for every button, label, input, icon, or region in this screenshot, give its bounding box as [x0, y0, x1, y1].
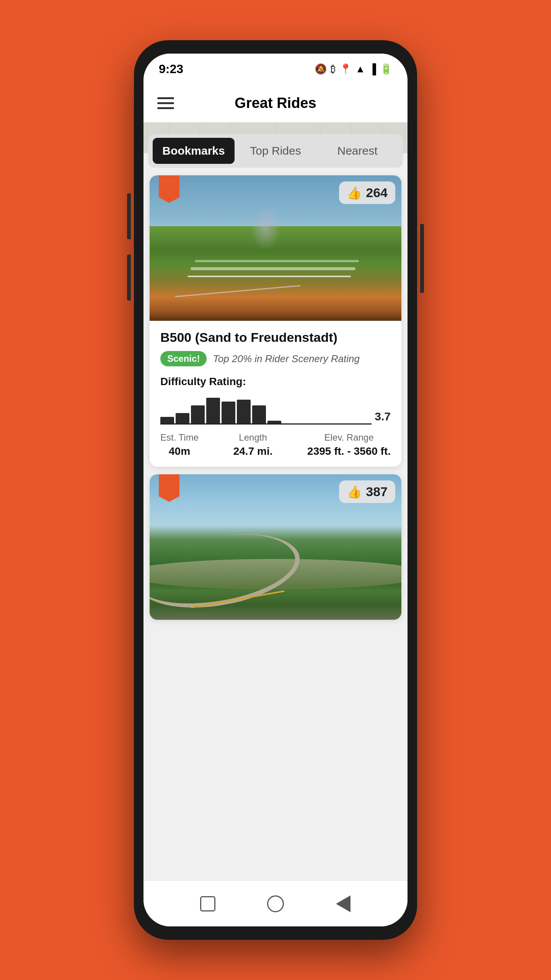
menu-button[interactable] [157, 97, 174, 109]
app-header: Great Rides [143, 84, 408, 122]
tab-nearest[interactable]: Nearest [316, 138, 398, 164]
difficulty-chart-1: 3.7 [160, 394, 391, 425]
chart-bar-1 [176, 413, 189, 425]
chart-rating-1: 3.7 [375, 410, 391, 423]
ride-card-1-body: B500 (Sand to Freudenstadt) Scenic! Top … [150, 321, 401, 467]
likes-count-1: 264 [366, 185, 388, 200]
content-area: 👍 264 B500 (Sand to Freudenstadt) Scenic… [143, 168, 408, 880]
hamburger-line-1 [157, 97, 174, 99]
volume-up-button[interactable] [127, 193, 131, 239]
stats-row-1: Est. Time 40m Length 24.7 mi. Elev. Rang… [160, 432, 391, 457]
scenic-row-1: Scenic! Top 20% in Rider Scenery Rating [160, 351, 391, 366]
stat-est-time: Est. Time 40m [160, 432, 199, 457]
stat-length-label: Length [239, 432, 267, 443]
ride-card-1[interactable]: 👍 264 B500 (Sand to Freudenstadt) Scenic… [150, 175, 401, 467]
road-path-1 [175, 285, 300, 297]
bookmark-icon-1[interactable] [159, 175, 179, 203]
notifications-icon: 🔕 [315, 63, 327, 75]
stat-est-time-label: Est. Time [160, 432, 199, 443]
thumbs-up-icon-1: 👍 [347, 186, 362, 200]
tab-bookmarks-label: Bookmarks [162, 144, 225, 157]
location-icon: 📍 [339, 63, 352, 75]
stat-elev-range-value: 2395 ft. - 3560 ft. [307, 445, 391, 457]
ride-title-1: B500 (Sand to Freudenstadt) [160, 330, 391, 345]
nav-triangle-icon [336, 895, 350, 912]
thumbs-up-icon-2: 👍 [347, 485, 362, 499]
likes-count-2: 387 [366, 484, 388, 499]
tab-nearest-label: Nearest [337, 144, 377, 157]
signal-icon: ▐ [369, 63, 376, 75]
chart-bar-4 [222, 402, 235, 425]
page-title: Great Rides [235, 95, 316, 111]
chart-bar-3 [206, 398, 220, 425]
stat-elev-range: Elev. Range 2395 ft. - 3560 ft. [307, 432, 391, 457]
phone-frame: 9:23 🔕 ₿ 📍 ▲ ▐ 🔋 Great Rides [134, 40, 417, 940]
tab-bookmarks[interactable]: Bookmarks [153, 138, 235, 164]
smoke-effect [250, 204, 281, 250]
hamburger-line-2 [157, 102, 174, 104]
chart-bar-5 [237, 400, 251, 425]
stat-length: Length 24.7 mi. [233, 432, 273, 457]
hamburger-line-3 [157, 107, 174, 109]
ride-card-1-image-container: 👍 264 [150, 175, 401, 321]
phone-screen: 9:23 🔕 ₿ 📍 ▲ ▐ 🔋 Great Rides [143, 54, 408, 926]
chart-baseline-1 [160, 423, 372, 425]
status-icons: 🔕 ₿ 📍 ▲ ▐ 🔋 [315, 63, 392, 75]
power-button[interactable] [420, 224, 424, 293]
stat-est-time-value: 40m [169, 445, 190, 457]
tab-bar: Bookmarks Top Rides Nearest [148, 134, 403, 168]
chart-bar-6 [252, 405, 266, 425]
ride-card-2-image-container: 👍 387 [150, 474, 401, 620]
scenic-text-1: Top 20% in Rider Scenery Rating [213, 353, 359, 365]
nav-square-icon [200, 896, 215, 911]
android-nav-bar [143, 880, 408, 926]
difficulty-label-1: Difficulty Rating: [160, 376, 391, 388]
likes-badge-2[interactable]: 👍 387 [339, 480, 395, 503]
volume-down-button[interactable] [127, 255, 131, 301]
nav-home-button[interactable] [265, 893, 286, 915]
nav-recents-button[interactable] [197, 893, 218, 915]
tab-top-rides-label: Top Rides [250, 144, 301, 157]
stat-length-value: 24.7 mi. [233, 445, 273, 457]
status-bar: 9:23 🔕 ₿ 📍 ▲ ▐ 🔋 [143, 54, 408, 84]
nav-back-button[interactable] [333, 893, 354, 915]
chart-bars-1 [160, 398, 370, 425]
chart-bar-2 [191, 405, 205, 425]
likes-badge-1[interactable]: 👍 264 [339, 181, 395, 204]
bluetooth-icon: ₿ [331, 63, 336, 75]
ride-card-2[interactable]: 👍 387 [150, 474, 401, 620]
bookmark-icon-2[interactable] [159, 474, 179, 502]
status-time: 9:23 [159, 62, 183, 76]
nav-circle-icon [267, 895, 284, 912]
wifi-icon: ▲ [355, 63, 365, 75]
battery-icon: 🔋 [380, 63, 392, 75]
tab-top-rides[interactable]: Top Rides [235, 138, 316, 164]
stat-elev-range-label: Elev. Range [324, 432, 374, 443]
scenic-badge-1: Scenic! [160, 351, 207, 366]
